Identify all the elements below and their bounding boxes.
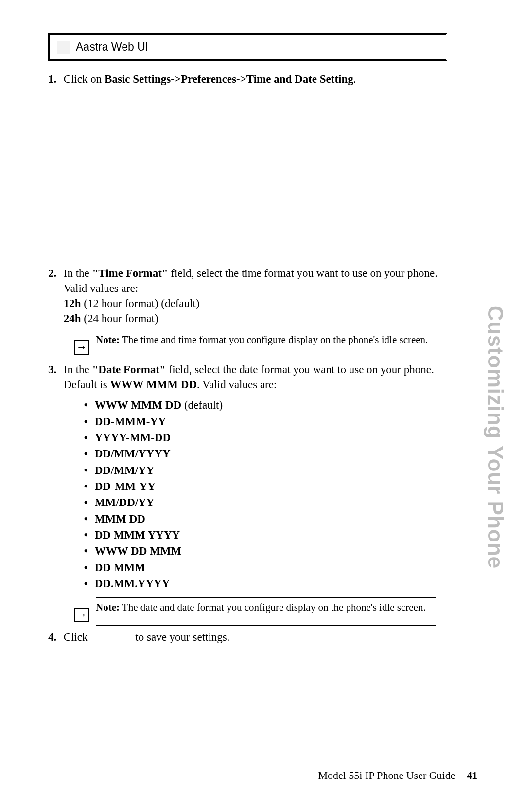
step-2: 2. In the "Time Format" field, select th… bbox=[48, 266, 447, 326]
format-value: DD/MM/YY bbox=[95, 464, 155, 476]
note-1: → Note: The time and time format you con… bbox=[48, 330, 447, 358]
side-tab-title: Customizing Your Phone bbox=[483, 306, 508, 569]
format-value: WWW DD MMM bbox=[95, 545, 181, 557]
screenshot-placeholder bbox=[48, 89, 447, 264]
header-box: Aastra Web UI bbox=[48, 33, 447, 61]
text: The date and date format you configure d… bbox=[120, 601, 426, 613]
step-number: 2. bbox=[48, 266, 61, 281]
date-format-list: WWW MMM DD (default) DD-MMM-YY YYYY-MM-D… bbox=[84, 397, 443, 592]
list-item: DD.MM.YYYY bbox=[84, 576, 443, 592]
option-24h: 24h bbox=[64, 312, 81, 325]
step-body: Click to save your settings. bbox=[64, 630, 443, 645]
list-item: DD-MM-YY bbox=[84, 478, 443, 494]
rule bbox=[96, 358, 436, 358]
text: The time and time format you configure d… bbox=[120, 334, 428, 345]
text: . Valid values are: bbox=[197, 379, 277, 391]
list-item: DD-MMM-YY bbox=[84, 414, 443, 430]
step-number: 1. bbox=[48, 72, 61, 87]
option-12h: 12h bbox=[64, 297, 81, 309]
note-label: Note: bbox=[96, 601, 120, 613]
text: (24 hour format) bbox=[81, 312, 158, 325]
field-name: "Date Format" bbox=[92, 363, 166, 376]
note-arrow-icon: → bbox=[74, 340, 89, 355]
page: Customizing Your Phone Aastra Web UI 1. … bbox=[0, 0, 525, 812]
note-text: Note: The date and date format you confi… bbox=[96, 601, 447, 614]
format-value: WWW MMM DD bbox=[95, 399, 181, 411]
step-1: 1. Click on Basic Settings->Preferences-… bbox=[48, 72, 447, 87]
list-item: WWW DD MMM bbox=[84, 543, 443, 559]
field-name: "Time Format" bbox=[92, 267, 168, 279]
format-value: DD/MM/YYYY bbox=[95, 448, 171, 460]
list-item: MM/DD/YY bbox=[84, 494, 443, 510]
format-value: MM/DD/YY bbox=[95, 496, 155, 508]
default-value: WWW MMM DD bbox=[110, 379, 197, 391]
list-item: DD/MM/YY bbox=[84, 462, 443, 478]
format-value: MMM DD bbox=[95, 513, 145, 525]
list-item: WWW MMM DD (default) bbox=[84, 397, 443, 413]
text: to save your settings. bbox=[135, 631, 229, 643]
list-item: YYYY-MM-DD bbox=[84, 430, 443, 446]
footer-text: Model 55i IP Phone User Guide bbox=[318, 769, 455, 781]
steps-list: 1. Click on Basic Settings->Preferences-… bbox=[48, 72, 447, 645]
list-item: DD MMM bbox=[84, 559, 443, 576]
content-area: Aastra Web UI 1. Click on Basic Settings… bbox=[48, 33, 447, 647]
step-body: Click on Basic Settings->Preferences->Ti… bbox=[64, 72, 443, 87]
step-3: 3. In the "Date Format" field, select th… bbox=[48, 362, 447, 594]
note-arrow-icon: → bbox=[74, 608, 89, 622]
text: . bbox=[353, 73, 356, 85]
note-label: Note: bbox=[96, 334, 120, 345]
text: In the bbox=[64, 363, 92, 376]
note-2: → Note: The date and date format you con… bbox=[48, 597, 447, 626]
format-value: DD.MM.YYYY bbox=[95, 577, 170, 590]
format-value: DD-MM-YY bbox=[95, 480, 156, 492]
rule bbox=[96, 625, 436, 626]
step-body: In the "Time Format" field, select the t… bbox=[64, 266, 443, 326]
step-4: 4. Click to save your settings. bbox=[48, 630, 447, 645]
page-footer: Model 55i IP Phone User Guide 41 bbox=[318, 769, 477, 782]
format-value: DD MMM bbox=[95, 561, 145, 574]
text: (12 hour format) (default) bbox=[81, 297, 200, 309]
format-value: YYYY-MM-DD bbox=[95, 432, 171, 444]
text: (default) bbox=[181, 399, 223, 411]
step-number: 4. bbox=[48, 630, 61, 645]
note-text: Note: The time and time format you confi… bbox=[96, 333, 447, 346]
page-number: 41 bbox=[467, 769, 477, 781]
bold-path: Basic Settings->Preferences->Time and Da… bbox=[105, 73, 353, 85]
list-item: DD/MM/YYYY bbox=[84, 446, 443, 462]
format-value: DD MMM YYYY bbox=[95, 529, 180, 541]
text: Click bbox=[64, 631, 91, 643]
button-placeholder bbox=[90, 631, 135, 643]
header-title: Aastra Web UI bbox=[76, 40, 148, 54]
list-item: MMM DD bbox=[84, 511, 443, 527]
format-value: DD-MMM-YY bbox=[95, 415, 166, 428]
list-item: DD MMM YYYY bbox=[84, 527, 443, 543]
step-number: 3. bbox=[48, 362, 61, 377]
step-body: In the "Date Format" field, select the d… bbox=[64, 362, 443, 594]
text: In the bbox=[64, 267, 92, 279]
header-swatch-icon bbox=[57, 41, 70, 54]
text: Click on bbox=[64, 73, 105, 85]
